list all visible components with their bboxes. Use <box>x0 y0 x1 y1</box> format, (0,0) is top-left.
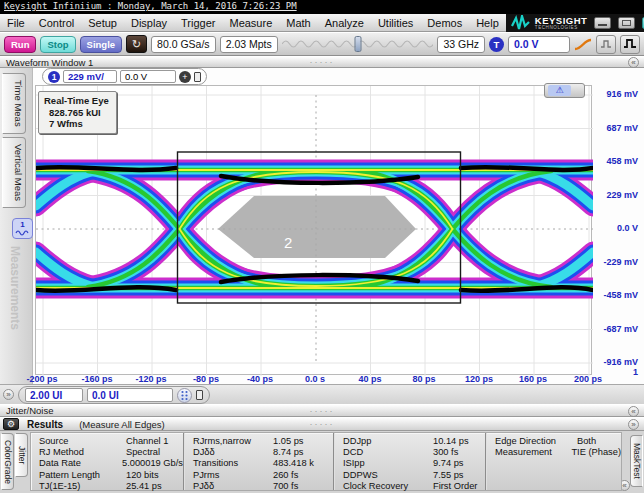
table-row: DCD300 fs <box>343 446 485 457</box>
eye-diagram-svg <box>36 86 593 376</box>
table-row: Transitions483.418 k <box>193 458 333 469</box>
waveform-display-button[interactable] <box>620 35 640 54</box>
channel-1-ground-marker[interactable]: 1 <box>12 218 33 239</box>
table-row: PJδδ700 fs <box>193 481 333 492</box>
table-row: Edge DirectionBoth <box>495 435 621 446</box>
drag-handle-dots-icon[interactable] <box>310 419 335 429</box>
y-axis-label-4: 0.0 V <box>592 223 638 233</box>
waveform-window-header[interactable]: Waveform Window 1 <box>0 56 644 68</box>
slider-handle[interactable] <box>354 36 361 52</box>
results-title: Results <box>27 419 63 430</box>
y-axis-label-0: 916 mV <box>592 89 638 99</box>
drag-handle-dots-icon[interactable] <box>310 406 335 416</box>
menu-control[interactable]: Control <box>32 17 81 29</box>
x-axis-label-7: 80 ps <box>412 374 435 384</box>
table-row: Clock RecoveryFirst Order <box>343 481 485 492</box>
jitter-noise-collapse-button[interactable] <box>628 406 639 417</box>
menu-analyze[interactable]: Analyze <box>318 17 371 29</box>
channel-1-badge[interactable]: 1 <box>48 71 60 83</box>
menu-measure[interactable]: Measure <box>222 17 279 29</box>
minimize-button[interactable] <box>594 17 611 29</box>
menu-utilities[interactable]: Utilities <box>371 17 420 29</box>
tab-colorgrade[interactable]: ColorGrade <box>1 433 14 490</box>
sample-rate-field[interactable]: 80.0 GSa/s <box>151 36 216 53</box>
hscale-position-field[interactable]: 0.0 UI <box>87 388 173 402</box>
y-axis-label-2: 458 mV <box>592 156 638 166</box>
menu-demos[interactable]: Demos <box>420 17 469 29</box>
x-axis-label-9: 160 ps <box>519 374 547 384</box>
menu-display[interactable]: Display <box>124 17 174 29</box>
tab-time-meas[interactable]: Time Meas <box>2 73 26 134</box>
table-row: RJ MethodSpectral <box>39 446 183 457</box>
table-row: ISIpp9.74 ps <box>343 458 485 469</box>
hscale-bookmark-icon[interactable] <box>196 390 203 400</box>
menu-bar: File Control Setup Display Trigger Measu… <box>0 14 644 32</box>
table-row: PJrms260 fs <box>193 469 333 480</box>
table-row: DJδδ8.74 ps <box>193 446 333 457</box>
menu-trigger[interactable]: Trigger <box>174 17 222 29</box>
keysight-spark-icon <box>511 15 531 31</box>
results-group-3: DDJpp10.14 ps DCD300 fs ISIpp9.74 ps DDP… <box>333 433 485 490</box>
maximize-button[interactable] <box>618 17 635 29</box>
results-expand-button[interactable] <box>628 419 639 430</box>
tab-masktest[interactable]: MaskTest <box>630 435 643 487</box>
drag-handle-dots-icon[interactable] <box>310 57 335 67</box>
horizontal-position-slider[interactable] <box>282 36 434 52</box>
results-settings-button[interactable] <box>3 418 19 430</box>
results-body: ColorGrade Jitter MaskTest SourceChannel… <box>0 431 644 493</box>
y-axis-label-6: -458 mV <box>592 290 638 300</box>
menu-help[interactable]: Help <box>469 17 506 29</box>
table-row: DDJpp10.14 ps <box>343 435 485 446</box>
window-title-bar: Keysight Infiniium : Monday, March 14, 2… <box>0 0 644 14</box>
y-axis-label-1: 687 mV <box>592 123 638 133</box>
dots-icon <box>180 390 189 401</box>
channel-controls: 1 229 mV/ 0.0 V + <box>42 68 207 85</box>
results-header[interactable]: Results (Measure All Edges) <box>0 417 644 431</box>
warning-button[interactable] <box>544 83 585 98</box>
hscale-range-field[interactable]: 2.00 UI <box>25 388 83 402</box>
hscale-slider-icon[interactable] <box>177 388 192 403</box>
ground-wave-icon <box>15 229 30 237</box>
eye-diagram-plot[interactable]: Real-Time Eye 828.765 kUI 7 Wfms 2 <box>35 85 592 375</box>
vertical-scale-field[interactable]: 229 mV/ <box>63 70 117 83</box>
table-row: Data Rate5.000019 Gb/s <box>39 458 183 469</box>
results-group-4: Edge DirectionBoth MeasurementTIE (Phase… <box>485 433 621 490</box>
trigger-badge[interactable]: T <box>489 37 504 52</box>
trigger-level-field[interactable]: 0.0 V <box>508 36 570 53</box>
results-group-1: SourceChannel 1 RJ MethodSpectral Data R… <box>31 433 183 490</box>
memory-depth-field[interactable]: 2.03 Mpts <box>220 36 278 53</box>
hscale-controls: 2.00 UI 0.0 UI <box>18 386 210 404</box>
results-group-2: RJrms,narrow1.05 ps DJδδ8.74 ps Transiti… <box>183 433 333 490</box>
info-line1: Real-Time Eye <box>44 95 109 107</box>
waveform-window-title: Waveform Window 1 <box>0 57 93 68</box>
menu-file[interactable]: File <box>0 17 32 29</box>
add-waveform-button[interactable]: + <box>179 71 191 83</box>
x-axis-label-8: 120 ps <box>465 374 493 384</box>
x-axis-label-1: -160 ps <box>81 374 112 384</box>
single-button[interactable]: Single <box>80 36 123 53</box>
expand-dock-button[interactable] <box>3 389 14 400</box>
vertical-offset-field[interactable]: 0.0 V <box>120 70 176 83</box>
acquisition-mode-button[interactable] <box>596 35 616 54</box>
table-row: MeasurementTIE (Phase) <box>495 446 621 457</box>
warning-icon <box>548 85 571 96</box>
waveform-window-collapse-button[interactable] <box>628 57 639 68</box>
results-mode: (Measure All Edges) <box>79 419 165 430</box>
bookmark-icon[interactable] <box>194 72 201 82</box>
mask-label: 2 <box>284 234 292 251</box>
bandwidth-field[interactable]: 33 GHz <box>437 36 485 53</box>
stop-button[interactable]: Stop <box>40 36 75 53</box>
x-axis-label-4: -40 ps <box>247 374 273 384</box>
logo-name: KEYSIGHT <box>535 16 588 25</box>
run-button[interactable]: Run <box>4 36 36 53</box>
acquisition-toolbar: Run Stop Single ↻ 80.0 GSa/s 2.03 Mpts 3… <box>0 32 644 56</box>
menu-setup[interactable]: Setup <box>81 17 124 29</box>
right-edge-channel-label: 1 <box>633 367 638 377</box>
clear-display-button[interactable]: ↻ <box>126 35 147 53</box>
jitter-noise-window-header[interactable]: Jitter/Noise <box>0 404 644 417</box>
tab-jitter[interactable]: Jitter <box>15 433 28 477</box>
tab-vertical-meas[interactable]: Vertical Meas <box>2 137 26 208</box>
menu-math[interactable]: Math <box>279 17 317 29</box>
y-axis-label-8: -916 mV <box>592 357 638 367</box>
x-axis-label-10: 200 ps <box>574 374 602 384</box>
